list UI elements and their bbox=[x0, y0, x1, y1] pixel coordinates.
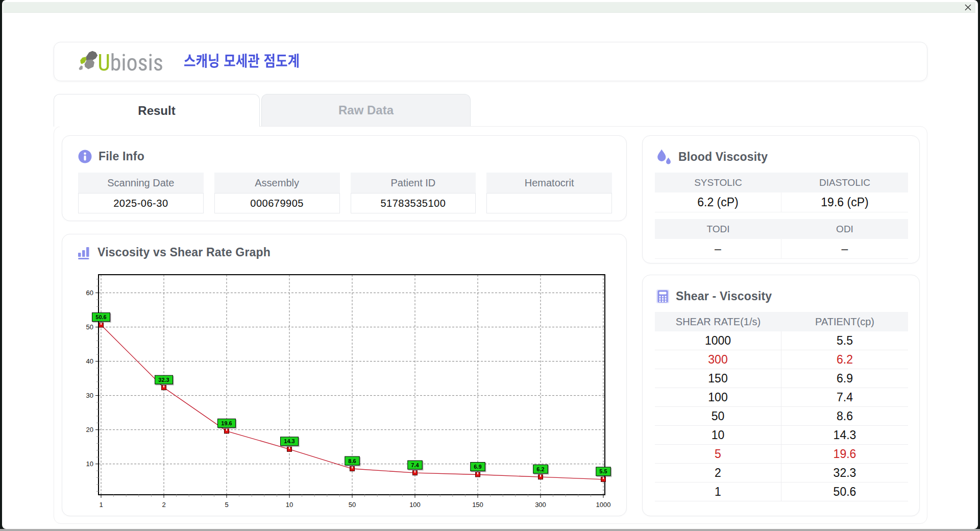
field-value: 51783535100 bbox=[351, 193, 476, 213]
point-value-label: 8.6 bbox=[345, 456, 360, 465]
column-header-diastolic: DIASTOLIC bbox=[781, 173, 908, 192]
column-header-todi: TODI bbox=[655, 219, 781, 239]
column-header-shear-rate-1-s: SHEAR RATE(1/s) bbox=[655, 312, 781, 331]
shear-viscosity-card: Shear - Viscosity SHEAR RATE(1/s)PATIENT… bbox=[642, 275, 920, 516]
taskbar-edge bbox=[0, 529, 980, 531]
graph-card: Viscosity vs Shear Rate Graph 1020304050… bbox=[62, 234, 627, 516]
patient-viscosity-value: 6.9 bbox=[781, 369, 908, 388]
patient-viscosity-value: 8.6 bbox=[781, 407, 908, 426]
shear-row-150: 1506.9 bbox=[655, 369, 908, 388]
close-button[interactable] bbox=[962, 3, 973, 12]
shear-table-header-row: SHEAR RATE(1/s)PATIENT(cp) bbox=[655, 312, 908, 331]
svg-text:7.4: 7.4 bbox=[411, 462, 419, 468]
blood-viscosity-tables: SYSTOLICDIASTOLIC6.2 (cP)19.6 (cP)TODIOD… bbox=[655, 173, 908, 266]
field-label: Patient ID bbox=[351, 173, 476, 193]
tab-result[interactable]: Result bbox=[54, 94, 260, 127]
blood-table-value-row: 6.2 (cP)19.6 (cP) bbox=[655, 192, 908, 212]
bar-chart-icon bbox=[78, 246, 91, 259]
app-title-korean-svg bbox=[184, 54, 299, 68]
x-tick-label: 300 bbox=[535, 501, 546, 509]
x-tick-label: 150 bbox=[472, 501, 483, 509]
shear-rate-value: 10 bbox=[655, 426, 781, 445]
svg-text:6.2: 6.2 bbox=[536, 466, 544, 472]
x-tick-label: 2 bbox=[162, 501, 165, 509]
point-value-label: 6.9 bbox=[471, 462, 485, 471]
value-systolic: 6.2 (cP) bbox=[655, 192, 781, 212]
field-value: 2025-06-30 bbox=[78, 193, 204, 213]
column-header-systolic: SYSTOLIC bbox=[655, 173, 781, 192]
x-tick-label: 100 bbox=[409, 501, 421, 509]
file-field-assembly: Assembly000679905 bbox=[214, 173, 340, 213]
x-tick-label: 50 bbox=[349, 501, 356, 509]
file-field-hematocrit: Hematocrit bbox=[486, 173, 612, 213]
patient-viscosity-value: 50.6 bbox=[781, 482, 908, 501]
blood-table-value-row: –– bbox=[655, 239, 908, 259]
viscosity-chart: 1020304050601251050100150300100050.632.3… bbox=[78, 266, 612, 514]
point-value-label: 5.5 bbox=[596, 467, 611, 476]
patient-viscosity-value: 6.2 bbox=[781, 350, 908, 369]
point-value-label: 19.6 bbox=[218, 419, 236, 427]
shear-row-300: 3006.2 bbox=[655, 350, 908, 369]
file-field-scanning-date: Scanning Date2025-06-30 bbox=[78, 173, 204, 213]
point-value-label: 50.6 bbox=[92, 313, 110, 322]
svg-text:8.6: 8.6 bbox=[348, 458, 356, 464]
x-tick-label: 1 bbox=[99, 501, 103, 509]
shear-row-50: 508.6 bbox=[655, 407, 908, 426]
tab-raw-data[interactable]: Raw Data bbox=[261, 94, 471, 126]
shear-row-100: 1007.4 bbox=[655, 388, 908, 407]
value-todi: – bbox=[655, 239, 781, 259]
svg-text:19.6: 19.6 bbox=[221, 420, 232, 426]
logo-text-label: Ubiosis bbox=[54, 42, 55, 43]
file-info-card: File Info Scanning Date2025-06-30Assembl… bbox=[62, 135, 627, 221]
patient-viscosity-value: 7.4 bbox=[781, 388, 908, 407]
droplets-icon bbox=[656, 149, 672, 165]
shear-rate-value: 50 bbox=[655, 407, 781, 426]
y-tick-label: 60 bbox=[86, 289, 93, 297]
point-value-label: 14.3 bbox=[281, 437, 299, 446]
field-label: Scanning Date bbox=[78, 173, 204, 193]
blood-viscosity-title: Blood Viscosity bbox=[678, 150, 768, 164]
field-label: Assembly bbox=[214, 173, 340, 193]
calculator-icon bbox=[656, 289, 669, 303]
patient-viscosity-value: 14.3 bbox=[781, 426, 908, 445]
y-tick-label: 20 bbox=[86, 426, 93, 433]
field-label: Hematocrit bbox=[486, 173, 612, 193]
shear-rate-value: 2 bbox=[655, 464, 781, 482]
header-card: Ubiosis 스캐닝 모세관 점도계 bbox=[54, 42, 927, 81]
app-title-korean: 스캐닝 모세관 점도계 bbox=[184, 54, 299, 70]
point-value-label: 7.4 bbox=[408, 461, 423, 469]
point-value-label: 6.2 bbox=[533, 465, 548, 473]
shear-row-10: 1014.3 bbox=[655, 426, 908, 445]
app-window: Ubiosis 스캐닝 모세관 점도계 Result Raw Data File… bbox=[2, 0, 978, 529]
shear-rate-value: 5 bbox=[655, 445, 781, 464]
card-title-row: File Info bbox=[78, 150, 144, 163]
card-title-row: Viscosity vs Shear Rate Graph bbox=[78, 246, 271, 259]
shear-rate-value: 100 bbox=[655, 388, 781, 407]
card-title-row: Shear - Viscosity bbox=[656, 289, 772, 303]
ubiosis-logo-mark-icon bbox=[79, 51, 99, 72]
patient-viscosity-value: 19.6 bbox=[781, 445, 908, 464]
value-odi: – bbox=[781, 239, 908, 259]
svg-text:50.6: 50.6 bbox=[95, 314, 106, 320]
patient-viscosity-value: 5.5 bbox=[781, 331, 908, 350]
file-info-fields: Scanning Date2025-06-30Assembly000679905… bbox=[78, 173, 612, 213]
shear-viscosity-table: SHEAR RATE(1/s)PATIENT(cp)10005.53006.21… bbox=[655, 312, 908, 501]
x-tick-label: 5 bbox=[225, 501, 228, 509]
y-tick-label: 40 bbox=[86, 357, 93, 365]
ubiosis-logo-text bbox=[99, 53, 162, 71]
shear-row-5: 519.6 bbox=[655, 445, 908, 464]
shear-rate-value: 300 bbox=[655, 350, 781, 369]
shear-row-1: 150.6 bbox=[655, 482, 908, 501]
file-field-patient-id: Patient ID51783535100 bbox=[351, 173, 476, 213]
graph-title: Viscosity vs Shear Rate Graph bbox=[97, 246, 271, 259]
x-tick-label: 10 bbox=[286, 501, 293, 509]
shear-rate-value: 150 bbox=[655, 369, 781, 388]
shear-rate-value: 1000 bbox=[655, 331, 781, 350]
x-tick-label: 1000 bbox=[596, 501, 611, 509]
value-diastolic: 19.6 (cP) bbox=[781, 192, 908, 212]
y-tick-label: 10 bbox=[86, 460, 93, 468]
blood-table-systolic-diastolic: SYSTOLICDIASTOLIC6.2 (cP)19.6 (cP) bbox=[655, 173, 908, 212]
svg-text:5.5: 5.5 bbox=[599, 468, 607, 474]
shear-viscosity-title: Shear - Viscosity bbox=[676, 289, 772, 303]
column-header-odi: ODI bbox=[781, 219, 908, 239]
